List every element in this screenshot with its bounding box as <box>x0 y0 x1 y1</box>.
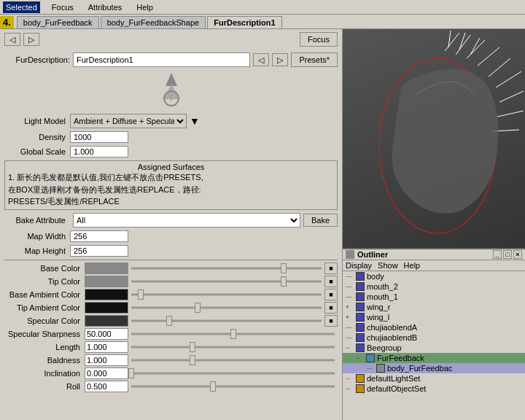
menu-attributes[interactable]: Attributes <box>85 1 125 13</box>
fur-nav-fwd-btn[interactable]: ▷ <box>23 33 39 46</box>
base-ambient-slider-track[interactable] <box>131 289 322 300</box>
outliner-min-btn[interactable]: _ <box>493 250 502 259</box>
outliner-max-btn[interactable]: □ <box>503 250 512 259</box>
assigned-surfaces-content: 1. 新长的毛发都是默认值,我们左键不放点击PRESETS, 在BOX里选择刚才… <box>8 171 334 208</box>
menu-help[interactable]: Help <box>133 1 156 13</box>
outliner-show-menu[interactable]: Show <box>378 261 398 270</box>
label-default-object-set: defaultObjectSet <box>367 384 426 393</box>
base-color-swatch[interactable] <box>85 262 128 274</box>
color-chujiaoblendb <box>356 333 365 342</box>
outliner-item-default-object-set[interactable]: − defaultObjectSet <box>343 384 525 394</box>
bake-button[interactable]: Bake <box>303 214 338 227</box>
tip-color-slider-track[interactable] <box>131 276 322 287</box>
map-height-input[interactable] <box>70 245 128 257</box>
length-input[interactable] <box>85 341 128 353</box>
density-input[interactable] <box>70 131 128 143</box>
fur-nav-prev-btn[interactable]: ◁ <box>253 53 269 66</box>
baldness-input[interactable] <box>85 354 128 366</box>
roll-track[interactable] <box>131 381 335 392</box>
specular-btn[interactable]: ■ <box>324 315 338 327</box>
fur-desc-input[interactable] <box>73 52 250 67</box>
outliner-title: Outliner <box>357 250 388 259</box>
tip-color-btn[interactable]: ■ <box>324 276 338 287</box>
outliner-item-body[interactable]: — body <box>343 271 525 281</box>
inclination-track[interactable] <box>131 368 335 379</box>
base-color-thumb[interactable] <box>281 263 287 273</box>
fur-nav-next-btn[interactable]: ▷ <box>272 53 288 66</box>
tip-ambient-thumb[interactable] <box>195 303 201 313</box>
outliner-item-mouth2[interactable]: — mouth_2 <box>343 281 525 292</box>
base-color-slider-track[interactable] <box>131 262 322 274</box>
light-model-expand-icon[interactable]: ▼ <box>190 115 200 127</box>
outliner-item-chujiaoblendb[interactable]: — chujiaoblendB <box>343 332 525 343</box>
outliner-item-beegroup[interactable]: − Beegroup <box>343 343 525 353</box>
bake-select[interactable]: All <box>73 213 300 228</box>
roll-label: Roll <box>4 382 85 391</box>
specular-sharpness-track[interactable] <box>131 328 335 340</box>
outliner-title-bar: Outliner _ □ × <box>343 249 525 260</box>
color-wingl <box>356 313 365 322</box>
outliner-item-body-furfeedbac[interactable]: — body_FurFeedbac <box>343 363 525 373</box>
tip-color-thumb[interactable] <box>281 276 287 287</box>
tab-body-fur-feedback-shape[interactable]: body_FurFeedbackShape <box>101 16 206 28</box>
outliner-help-menu[interactable]: Help <box>404 261 421 270</box>
outliner-display-menu[interactable]: Display <box>346 261 372 270</box>
tip-ambient-slider-track[interactable] <box>131 302 322 314</box>
base-ambient-thumb[interactable] <box>138 289 144 300</box>
map-height-label: Map Height <box>4 246 70 255</box>
tip-ambient-swatch[interactable] <box>85 302 128 314</box>
outliner-item-wingl[interactable]: + wing_l <box>343 312 525 322</box>
outliner-close-btn[interactable]: × <box>513 250 522 259</box>
viewport-3d <box>343 29 525 248</box>
specular-sharpness-input[interactable] <box>85 328 128 340</box>
scene-3d-svg <box>343 29 525 248</box>
outliner-item-chujiaoblenda[interactable]: — chujiaoblendA <box>343 322 525 332</box>
roll-input[interactable] <box>85 381 128 392</box>
specular-swatch[interactable] <box>85 315 128 327</box>
expand-icon-wingr: + <box>346 303 356 311</box>
base-ambient-btn[interactable]: ■ <box>324 289 338 300</box>
fur-nav-back-btn[interactable]: ◁ <box>4 33 20 46</box>
tab-body-fur-feedback[interactable]: body_FurFeedback <box>17 16 99 28</box>
specular-slider-track[interactable] <box>131 315 322 327</box>
specular-thumb[interactable] <box>166 316 172 326</box>
tip-ambient-btn[interactable]: ■ <box>324 302 338 314</box>
outliner-item-mouth1[interactable]: — mouth_1 <box>343 292 525 302</box>
map-width-input[interactable] <box>70 230 128 242</box>
main-layout: ◁ ▷ Focus FurDescription: ◁ ▷ Presets* i… <box>0 29 525 420</box>
map-height-row: Map Height <box>0 244 342 258</box>
outliner-item-furfeedback[interactable]: − FurFeedback <box>343 353 525 363</box>
baldness-thumb[interactable] <box>190 355 195 365</box>
tip-color-swatch[interactable] <box>85 276 128 287</box>
baldness-track[interactable] <box>131 354 335 366</box>
length-track[interactable] <box>131 341 335 353</box>
fur-desc-row: ◁ ▷ Focus <box>0 29 342 50</box>
inclination-input[interactable] <box>85 368 128 379</box>
light-model-select[interactable]: Ambient + Diffuse + Specular <box>70 114 187 128</box>
presets-button[interactable]: Presets* <box>291 52 338 67</box>
outliner-list[interactable]: — body — mouth_2 — mouth_1 <box>343 271 525 420</box>
label-body: body <box>367 272 384 281</box>
tab-fur-description1[interactable]: FurDescription1 <box>207 16 281 28</box>
arrow-indicator: i <box>0 73 342 109</box>
bake-label: Bake Attribute <box>4 216 70 225</box>
specular-sharpness-thumb[interactable] <box>230 329 236 339</box>
base-color-btn[interactable]: ■ <box>324 262 338 274</box>
assigned-surfaces-title: Assigned Surfaces <box>8 163 334 171</box>
menu-focus[interactable]: Focus <box>49 1 77 13</box>
global-scale-input[interactable] <box>70 146 128 158</box>
menu-selected[interactable]: Selected <box>3 1 40 13</box>
base-ambient-swatch[interactable] <box>85 289 128 300</box>
svg-line-5 <box>489 58 510 77</box>
inclination-thumb[interactable] <box>128 368 134 378</box>
length-thumb[interactable] <box>190 342 195 352</box>
focus-button[interactable]: Focus <box>300 32 338 47</box>
length-row: Length <box>0 341 342 354</box>
outliner-item-default-light-set[interactable]: − defaultLightSet <box>343 373 525 384</box>
outliner-item-wingr[interactable]: + wing_r <box>343 302 525 312</box>
roll-thumb[interactable] <box>210 381 216 392</box>
label-wingl: wing_l <box>367 313 389 322</box>
expand-icon-default-object: − <box>346 385 356 392</box>
specular-color-label: Specular Color <box>4 316 85 325</box>
density-row: Density <box>0 130 342 144</box>
